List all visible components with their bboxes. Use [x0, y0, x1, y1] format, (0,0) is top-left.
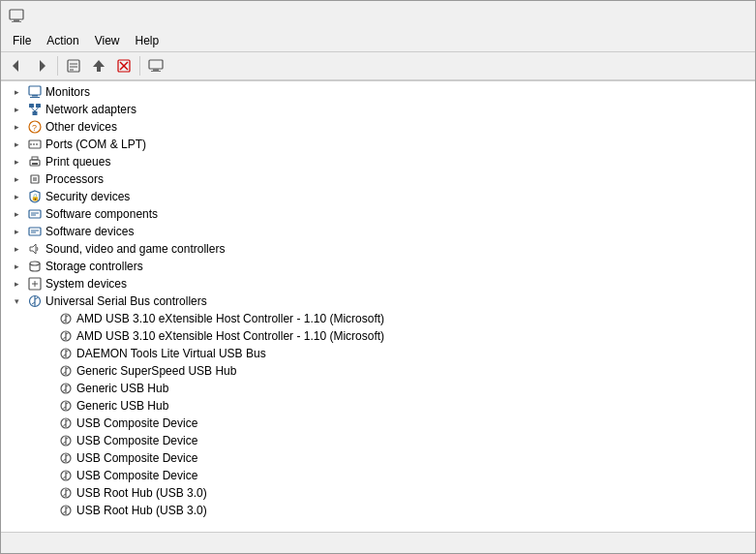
- item-label-usb-2: AMD USB 3.10 eXtensible Host Controller …: [76, 329, 384, 343]
- tree-item-usb-4[interactable]: Generic SuperSpeed USB Hub: [1, 362, 755, 380]
- tree-item-usb-1[interactable]: AMD USB 3.10 eXtensible Host Controller …: [1, 310, 755, 327]
- expand-btn-usb-5: [40, 381, 55, 396]
- forward-button[interactable]: [30, 54, 53, 77]
- svg-text:?: ?: [32, 123, 37, 133]
- svg-rect-20: [36, 104, 41, 108]
- sound-icon: [27, 241, 43, 257]
- tree-item-software-comp[interactable]: Software components: [1, 205, 755, 223]
- usbdev-icon: [58, 450, 74, 466]
- svg-rect-16: [29, 86, 41, 95]
- other-icon: ?: [27, 119, 43, 135]
- item-label-software-comp: Software components: [45, 207, 158, 221]
- tree-item-usb-3[interactable]: DAEMON Tools Lite Virtual USB Bus: [1, 345, 755, 362]
- expand-btn-usb-7: [40, 416, 55, 431]
- expand-btn-usb-10: [40, 468, 55, 483]
- tree-item-usb-8[interactable]: USB Composite Device: [1, 432, 755, 449]
- svg-line-23: [35, 108, 39, 111]
- svg-rect-0: [10, 10, 23, 19]
- tree-item-software-dev[interactable]: Software devices: [1, 223, 755, 240]
- tree-item-other[interactable]: ?Other devices: [1, 118, 755, 136]
- usb-icon: [27, 293, 43, 309]
- usbdev-icon: [58, 503, 74, 518]
- properties-button[interactable]: [62, 54, 85, 77]
- expand-btn-security[interactable]: [9, 189, 24, 204]
- tree-item-ports[interactable]: Ports (COM & LPT): [1, 136, 755, 153]
- tree-item-storage[interactable]: Storage controllers: [1, 258, 755, 275]
- tree-item-network[interactable]: Network adapters: [1, 101, 755, 118]
- maximize-button[interactable]: [658, 1, 703, 30]
- uninstall-button[interactable]: [112, 54, 136, 77]
- back-button[interactable]: [5, 54, 28, 77]
- svg-rect-32: [32, 163, 38, 165]
- item-label-print: Print queues: [45, 155, 110, 169]
- menu-help[interactable]: Help: [128, 32, 167, 49]
- svg-point-43: [30, 262, 40, 265]
- tree-item-monitors[interactable]: Monitors: [1, 83, 755, 101]
- expand-btn-usb-6: [40, 398, 55, 414]
- expand-btn-usb-8: [40, 433, 55, 448]
- tree-item-usb-7[interactable]: USB Composite Device: [1, 415, 755, 432]
- tree-item-usb-12[interactable]: USB Root Hub (USB 3.0): [1, 502, 755, 519]
- tree-item-print[interactable]: Print queues: [1, 153, 755, 170]
- tree-item-usb[interactable]: Universal Serial Bus controllers: [1, 292, 755, 310]
- expand-btn-monitors[interactable]: [9, 84, 24, 100]
- svg-rect-21: [33, 111, 38, 115]
- tree-item-usb-9[interactable]: USB Composite Device: [1, 449, 755, 467]
- tree-item-usb-10[interactable]: USB Composite Device: [1, 467, 755, 484]
- expand-btn-software-comp[interactable]: [9, 206, 24, 222]
- usbdev-icon: [58, 328, 74, 344]
- network-icon: [27, 102, 43, 117]
- expand-btn-storage[interactable]: [9, 259, 24, 274]
- tree-item-usb-11[interactable]: USB Root Hub (USB 3.0): [1, 484, 755, 502]
- expand-btn-usb[interactable]: [9, 293, 24, 309]
- item-label-monitors: Monitors: [45, 85, 90, 99]
- close-button[interactable]: [703, 1, 747, 30]
- svg-text:🔒: 🔒: [31, 193, 40, 201]
- usbdev-icon: [58, 346, 74, 361]
- item-label-other: Other devices: [45, 120, 117, 134]
- minimize-button[interactable]: [614, 1, 658, 30]
- item-label-usb-7: USB Composite Device: [76, 416, 197, 430]
- usbdev-icon: [58, 398, 74, 414]
- usbdev-icon: [58, 433, 74, 448]
- item-label-usb-10: USB Composite Device: [76, 469, 197, 482]
- item-label-usb-9: USB Composite Device: [76, 451, 197, 465]
- expand-btn-sound[interactable]: [9, 241, 24, 257]
- tree-item-processors[interactable]: Processors: [1, 170, 755, 188]
- storage-icon: [27, 259, 43, 274]
- tree-item-system[interactable]: System devices: [1, 275, 755, 292]
- tree-item-usb-6[interactable]: Generic USB Hub: [1, 397, 755, 415]
- svg-marker-9: [93, 60, 105, 72]
- item-label-security: Security devices: [45, 190, 130, 203]
- svg-rect-39: [29, 228, 41, 235]
- expand-btn-ports[interactable]: [9, 137, 24, 152]
- usbdev-icon: [58, 468, 74, 483]
- toolbar-separator-1: [57, 56, 58, 76]
- tree-item-usb-5[interactable]: Generic USB Hub: [1, 380, 755, 397]
- expand-btn-processors[interactable]: [9, 171, 24, 187]
- tree-item-sound[interactable]: Sound, video and game controllers: [1, 240, 755, 258]
- expand-btn-software-dev[interactable]: [9, 224, 24, 239]
- scan-button[interactable]: [144, 54, 167, 77]
- menu-file[interactable]: File: [5, 32, 39, 49]
- svg-rect-34: [33, 177, 37, 181]
- tree-item-usb-2[interactable]: AMD USB 3.10 eXtensible Host Controller …: [1, 327, 755, 345]
- update-driver-button[interactable]: [87, 54, 110, 77]
- expand-btn-system[interactable]: [9, 276, 24, 292]
- svg-rect-13: [149, 60, 163, 69]
- item-label-usb-3: DAEMON Tools Lite Virtual USB Bus: [76, 347, 266, 360]
- item-label-usb-12: USB Root Hub (USB 3.0): [76, 504, 207, 517]
- svg-rect-14: [153, 69, 159, 71]
- svg-rect-36: [29, 210, 41, 218]
- svg-marker-3: [13, 60, 18, 72]
- app-icon: [9, 8, 24, 23]
- tree-item-security[interactable]: 🔒Security devices: [1, 188, 755, 205]
- toolbar: [1, 51, 755, 80]
- menu-view[interactable]: View: [87, 32, 128, 49]
- expand-btn-other[interactable]: [9, 119, 24, 135]
- expand-btn-network[interactable]: [9, 102, 24, 117]
- item-label-usb-4: Generic SuperSpeed USB Hub: [76, 364, 236, 378]
- expand-btn-print[interactable]: [9, 154, 24, 169]
- menu-action[interactable]: Action: [39, 32, 86, 49]
- device-tree[interactable]: MonitorsNetwork adapters?Other devicesPo…: [1, 81, 755, 532]
